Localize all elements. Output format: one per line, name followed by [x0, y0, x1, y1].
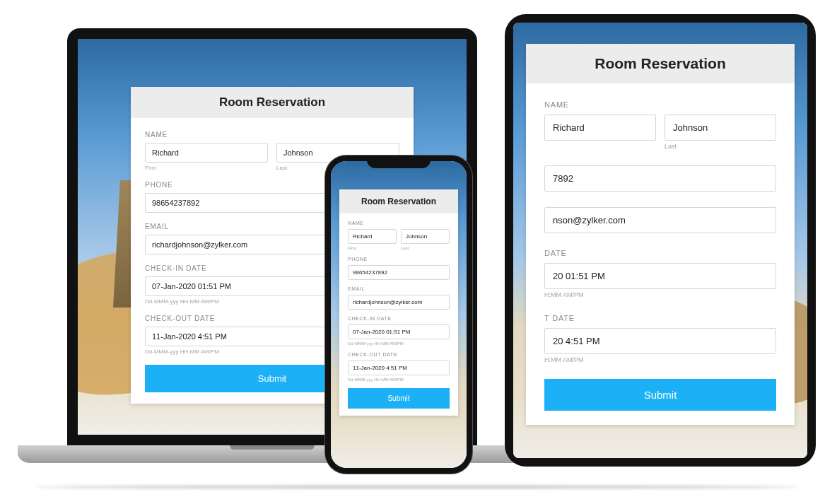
checkout-label-partial: T DATE [544, 314, 776, 322]
form-body: NAME Last [526, 83, 795, 425]
form-body: NAME First Last PHONE [339, 213, 458, 416]
last-name-input[interactable] [401, 229, 450, 244]
checkin-label-partial: DATE [544, 249, 776, 257]
submit-button[interactable]: Submit [348, 388, 450, 409]
name-label: NAME [544, 100, 776, 109]
email-label: EMAIL [348, 286, 450, 291]
first-name-help: First [145, 165, 268, 171]
name-label: NAME [348, 221, 450, 225]
device-shadow [35, 486, 799, 488]
tablet-screen: Room Reservation NAME Last [513, 23, 807, 458]
checkout-input-partial[interactable] [544, 328, 776, 354]
first-name-input[interactable] [145, 143, 268, 163]
checkout-label: CHECK-OUT DATE [348, 352, 450, 357]
checkout-input[interactable] [348, 361, 450, 375]
checkin-help-partial: H:MM AM/PM [544, 291, 776, 298]
first-name-input[interactable] [544, 115, 656, 141]
reservation-form: Room Reservation NAME First Last [339, 189, 458, 416]
first-name-help: First [348, 246, 397, 250]
submit-button[interactable]: Submit [544, 379, 776, 411]
form-title: Room Reservation [339, 189, 458, 213]
phone-input-partial[interactable] [544, 165, 776, 192]
email-input[interactable] [348, 295, 450, 310]
checkin-label: CHECK-IN DATE [348, 316, 450, 321]
checkout-help-partial: H:MM AM/PM [544, 356, 776, 363]
first-name-input[interactable] [348, 229, 397, 244]
tablet-device: Room Reservation NAME Last [505, 14, 816, 467]
checkin-help: Dd-MMM-yyy HH:MM AM/PM [348, 341, 450, 346]
phone-input[interactable] [348, 265, 450, 280]
name-label: NAME [145, 131, 399, 139]
last-name-input[interactable] [665, 115, 776, 141]
phone-screen: Room Reservation NAME First Last [331, 161, 467, 468]
phone-label: PHONE [348, 257, 450, 262]
form-title: Room Reservation [131, 87, 414, 118]
email-input-partial[interactable] [544, 207, 776, 233]
checkin-input[interactable] [348, 324, 450, 339]
phone-device: Room Reservation NAME First Last [325, 156, 472, 474]
phone-notch [367, 156, 431, 168]
checkin-input-partial[interactable] [544, 263, 776, 289]
checkout-help: Dd-MMM-yyy HH:MM AM/PM [348, 377, 450, 382]
last-name-help: Last [401, 246, 450, 250]
reservation-form: Room Reservation NAME Last [526, 44, 795, 425]
form-title: Room Reservation [526, 44, 795, 83]
last-name-help: Last [665, 143, 776, 150]
